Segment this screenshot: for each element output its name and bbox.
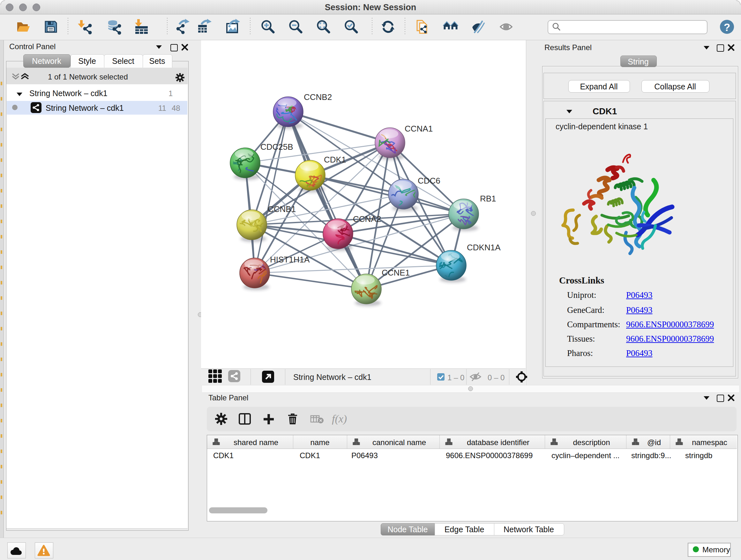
svg-text:CDC25B: CDC25B (260, 142, 293, 152)
svg-text:CCNA1: CCNA1 (405, 124, 433, 133)
svg-text:HIST1H1A: HIST1H1A (270, 255, 310, 264)
svg-text:RB1: RB1 (480, 194, 496, 203)
svg-text:CCNB1: CCNB1 (268, 204, 296, 214)
svg-text:CCNB2: CCNB2 (304, 92, 332, 102)
svg-text:CDC6: CDC6 (418, 176, 441, 186)
svg-text:CCNA2: CCNA2 (353, 214, 381, 224)
svg-text:CDK1: CDK1 (324, 155, 346, 165)
svg-text:CCNE1: CCNE1 (382, 268, 410, 277)
svg-text:CDKN1A: CDKN1A (467, 243, 501, 252)
